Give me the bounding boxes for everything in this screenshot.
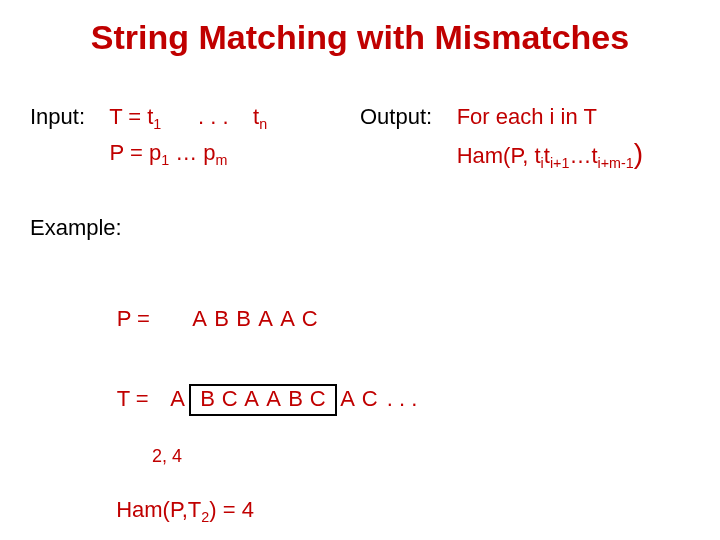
char-cell: A: [277, 306, 299, 332]
ham-sub-im1: i+m-1: [598, 155, 634, 171]
ham-result: Ham(P,T2) = 4: [80, 497, 417, 525]
input-label: Input:: [30, 104, 85, 129]
p-sub1: 1: [161, 152, 169, 168]
ham-res-val: 4: [242, 497, 254, 522]
output-label: Output:: [360, 104, 432, 129]
char-cell: C: [219, 388, 241, 410]
example-p-row: P = ABBAAC: [80, 280, 417, 358]
example-body: P = ABBAAC T = ABCAABCAC . . . 2, 4 Ham(…: [80, 280, 417, 525]
p-row-label: P =: [117, 306, 167, 332]
output-line1: For each i in T: [457, 104, 597, 129]
char-cell: A: [189, 306, 211, 332]
ham-res-mid: ) =: [209, 497, 241, 522]
alignment-box: BCAABC: [189, 384, 337, 416]
t-trail: . . .: [381, 386, 418, 411]
input-t-def: T = t1 . . . tn: [109, 104, 267, 129]
output-ham: Ham(P, titi+1…ti+m-1): [457, 143, 643, 168]
char-cell: C: [359, 386, 381, 412]
ham-pre: Ham(P, t: [457, 143, 541, 168]
example-t-row: T = ABCAABCAC . . .: [80, 358, 417, 442]
slide-title: String Matching with Mismatches: [0, 18, 720, 57]
char-cell: A: [241, 388, 263, 410]
p-dots: … p: [169, 140, 215, 165]
char-cell: A: [167, 386, 189, 412]
ham-close: ): [634, 138, 643, 169]
ham-sub-i1: i+1: [550, 155, 569, 171]
t-sub1: 1: [153, 116, 161, 132]
t-pre: T = t: [109, 104, 153, 129]
t-dots: . . .: [198, 104, 229, 129]
input-p-def: P = p1 … pm: [110, 140, 228, 165]
t-subn: n: [259, 116, 267, 132]
input-block: Input: T = t1 . . . tn Input: P = p1 … p…: [30, 100, 267, 172]
example-label: Example:: [30, 215, 122, 241]
ham-dots: …: [569, 143, 591, 168]
t-row-label: T =: [117, 386, 167, 412]
char-cell: B: [233, 306, 255, 332]
char-cell: A: [263, 388, 285, 410]
char-cell: B: [211, 306, 233, 332]
char-cell: C: [299, 306, 321, 332]
char-cell: B: [285, 388, 307, 410]
p-subm: m: [216, 152, 228, 168]
ham-res-pre: Ham(P,T: [116, 497, 201, 522]
char-cell: B: [197, 388, 219, 410]
slide: String Matching with Mismatches Input: T…: [0, 0, 720, 540]
char-cell: A: [337, 386, 359, 412]
char-cell: C: [307, 388, 329, 410]
p-indent: [167, 306, 189, 332]
p-pre: P = p: [110, 140, 162, 165]
char-cell: A: [255, 306, 277, 332]
mismatch-counts: 2, 4: [80, 446, 417, 467]
output-block: Output: For each i in T Output: Ham(P, t…: [360, 100, 643, 175]
